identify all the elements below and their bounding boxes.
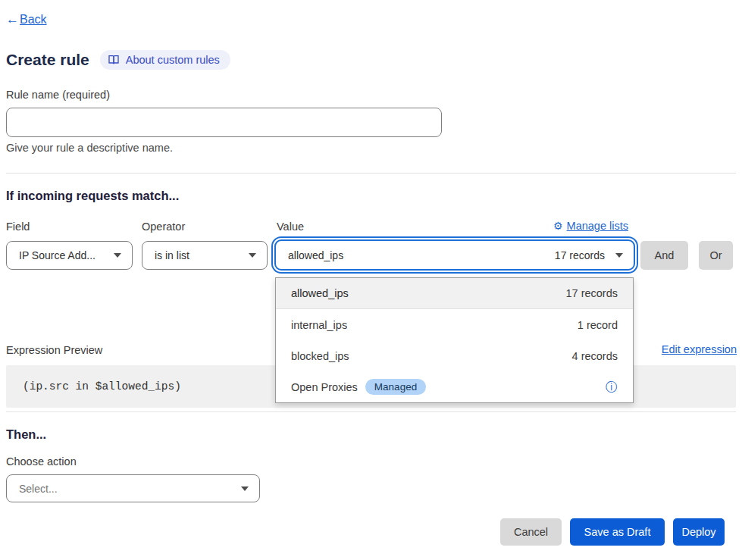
action-select-placeholder: Select... bbox=[19, 483, 233, 495]
list-item-record-count: 4 records bbox=[572, 350, 618, 362]
deploy-button[interactable]: Deploy bbox=[673, 518, 725, 546]
info-icon[interactable]: ⓘ bbox=[606, 381, 618, 393]
value-dropdown-panel: allowed_ips 17 records internal_ips 1 re… bbox=[275, 277, 634, 403]
expression-preview-label: Expression Preview bbox=[6, 344, 102, 356]
value-select-meta: 17 records bbox=[555, 249, 605, 261]
value-label: Value bbox=[277, 221, 304, 233]
value-select[interactable]: allowed_ips 17 records bbox=[274, 239, 635, 271]
list-item-name: internal_ips bbox=[291, 319, 347, 331]
page-title: Create rule bbox=[6, 51, 89, 69]
list-item-name: allowed_ips bbox=[291, 287, 349, 299]
section-divider bbox=[6, 173, 736, 174]
then-section-heading: Then... bbox=[6, 427, 46, 442]
operator-label: Operator bbox=[142, 221, 185, 233]
rule-name-label: Rule name (required) bbox=[6, 89, 110, 101]
back-arrow-icon: ← bbox=[6, 12, 19, 27]
edit-expression-link[interactable]: Edit expression bbox=[662, 343, 737, 355]
list-item-record-count: 1 record bbox=[578, 319, 618, 331]
rule-name-helper: Give your rule a descriptive name. bbox=[6, 142, 173, 154]
operator-select-value: is in list bbox=[155, 249, 241, 261]
gear-icon: ⚙ bbox=[553, 221, 563, 231]
list-item-name: Open Proxies bbox=[291, 381, 358, 393]
chevron-down-icon bbox=[114, 253, 121, 258]
field-label: Field bbox=[6, 221, 30, 233]
section-divider bbox=[6, 411, 736, 412]
list-item-open-proxies[interactable]: Open Proxies Managed ⓘ bbox=[276, 371, 633, 402]
about-custom-rules-label: About custom rules bbox=[126, 54, 220, 66]
about-custom-rules-link[interactable]: About custom rules bbox=[100, 50, 230, 70]
or-button[interactable]: Or bbox=[699, 241, 733, 270]
save-as-draft-button[interactable]: Save as Draft bbox=[570, 518, 665, 546]
list-item-allowed-ips[interactable]: allowed_ips 17 records bbox=[276, 278, 633, 309]
list-item-blocked-ips[interactable]: blocked_ips 4 records bbox=[276, 340, 633, 371]
value-select-value: allowed_ips bbox=[288, 249, 555, 261]
field-select[interactable]: IP Source Add... bbox=[6, 241, 133, 270]
chevron-down-icon bbox=[615, 253, 623, 258]
back-link[interactable]: ←Back bbox=[6, 12, 47, 27]
book-icon bbox=[108, 54, 120, 66]
operator-select[interactable]: is in list bbox=[142, 241, 268, 270]
chevron-down-icon bbox=[241, 486, 249, 491]
manage-lists-label: Manage lists bbox=[567, 220, 628, 232]
choose-action-label: Choose action bbox=[6, 455, 77, 468]
and-button[interactable]: And bbox=[640, 241, 688, 270]
cancel-button[interactable]: Cancel bbox=[500, 518, 562, 546]
list-item-record-count: 17 records bbox=[565, 287, 618, 299]
action-select[interactable]: Select... bbox=[6, 474, 260, 502]
field-select-value: IP Source Add... bbox=[19, 249, 106, 261]
chevron-down-icon bbox=[249, 253, 256, 258]
back-link-label: Back bbox=[20, 13, 47, 27]
managed-badge: Managed bbox=[365, 379, 426, 395]
expression-code: (ip.src in $allowed_ips) bbox=[23, 380, 181, 393]
title-row: Create rule About custom rules bbox=[6, 50, 230, 70]
rule-name-input[interactable] bbox=[6, 108, 442, 137]
list-item-name: blocked_ips bbox=[291, 350, 349, 362]
value-select-wrap: allowed_ips 17 records bbox=[274, 239, 635, 271]
list-item-internal-ips[interactable]: internal_ips 1 record bbox=[276, 309, 633, 340]
manage-lists-link[interactable]: ⚙ Manage lists bbox=[553, 220, 635, 232]
match-section-heading: If incoming requests match... bbox=[6, 189, 179, 203]
